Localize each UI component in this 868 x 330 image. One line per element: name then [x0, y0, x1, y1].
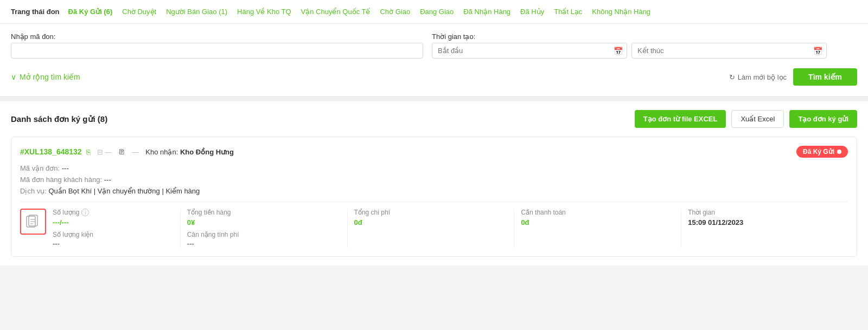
time-value: 15:09 01/12/2023	[688, 218, 841, 227]
total-goods-value: 0¥	[187, 218, 341, 227]
quantity-label: Số lượng i	[53, 209, 174, 216]
stat-total-fee: Tổng chi phí 0đ	[348, 209, 515, 248]
service-label: Dịch vụ:	[20, 187, 47, 195]
status-tab-that-lac[interactable]: Thất Lạc	[551, 7, 585, 17]
status-tab-bar: Trang thái đon Đã Ký Gửi (6) Chờ Duyệt N…	[0, 0, 868, 24]
date-start-wrapper: 📅	[432, 43, 627, 59]
date-end-input[interactable]	[631, 43, 827, 59]
search-section: Nhập mã đon: Thời gian tạo: 📅 📅 ∨ Mở rộn…	[0, 24, 868, 97]
status-tab-da-nhan-hang[interactable]: Đã Nhận Hàng	[460, 7, 514, 17]
refresh-label: Làm mới bộ lọc	[738, 73, 787, 81]
search-button[interactable]: Tìm kiếm	[793, 68, 857, 86]
tracking-label: Mã vận đơn:	[20, 164, 60, 172]
date-field-group: Thời gian tạo: 📅 📅	[432, 33, 827, 59]
order-thumbnail[interactable]	[20, 209, 46, 235]
service-row: Dịch vụ: Quần Bọt Khí | Vận chuyển thườn…	[20, 187, 848, 195]
status-tab-cho-giao[interactable]: Chờ Giao	[376, 7, 413, 17]
warehouse-label: Kho nhận: Kho Đồng Hưng	[145, 148, 234, 156]
create-from-excel-btn[interactable]: Tạo đơn từ file EXCEL	[635, 110, 726, 128]
weight-value: ---	[187, 240, 341, 248]
qty-pieces-value: ---	[53, 240, 174, 248]
status-tab-van-chuyen-quoc-te[interactable]: Vận Chuyển Quốc Tế	[298, 7, 374, 17]
create-order-btn[interactable]: Tạo đơn ký gửi	[789, 110, 857, 128]
must-pay-label: Cần thanh toán	[521, 209, 674, 216]
order-id-row: #XUL138_648132 ⎘ ⊟ — 🖹 — Kho nhận: Kho Đ…	[20, 147, 234, 156]
refresh-filter-btn[interactable]: ↻ Làm mới bộ lọc	[729, 73, 787, 81]
stat-total-goods: Tổng tiền hàng 0¥ Cân nặng tính phí ---	[181, 209, 348, 248]
status-tab-da-huy[interactable]: Đã Hủy	[517, 7, 547, 17]
warehouse-label-text: Kho nhận:	[145, 148, 178, 156]
separator: ⊟ —	[97, 148, 112, 156]
search-actions: ∨ Mở rộng tìm kiếm ↻ Làm mới bộ lọc Tìm …	[11, 64, 857, 92]
tracking-row: Mã vận đơn: ---	[20, 164, 848, 172]
status-tab-khong-nhan-hang[interactable]: Không Nhận Hàng	[589, 7, 654, 17]
stat-must-pay: Cần thanh toán 0đ	[514, 209, 681, 248]
list-header: Danh sách đơn ký gửi (8) Tạo đơn từ file…	[11, 110, 857, 128]
date-range: 📅 📅	[432, 43, 827, 59]
qty-pieces-label: Số lượng kiện	[53, 231, 174, 238]
service-value: Quần Bọt Khí | Vận chuyển thường | Kiểm …	[48, 187, 200, 195]
search-code-input[interactable]	[11, 43, 423, 59]
expand-search-btn[interactable]: ∨ Mở rộng tìm kiếm	[11, 73, 80, 81]
list-title: Danh sách đơn ký gửi (8)	[11, 114, 107, 124]
calendar-start-icon: 📅	[614, 47, 623, 55]
order-id[interactable]: #XUL138_648132	[20, 147, 82, 156]
tracking-value: ---	[62, 164, 69, 172]
calendar-end-icon: 📅	[813, 47, 822, 55]
customer-code-label: Mã đơn hàng khách hàng:	[20, 176, 102, 184]
total-fee-label: Tổng chi phí	[354, 209, 508, 216]
qty-content: Số lượng i ---/--- Số lượng kiện ---	[53, 209, 174, 248]
code-field-group: Nhập mã đon:	[11, 33, 423, 59]
quantity-info-icon[interactable]: i	[81, 209, 89, 216]
status-tab-hang-ve-kho-tq[interactable]: Hàng Về Kho TQ	[234, 7, 295, 17]
date-start-input[interactable]	[432, 43, 627, 59]
refresh-icon: ↻	[729, 73, 735, 81]
stat-time: Thời gian 15:09 01/12/2023	[681, 209, 848, 248]
total-fee-value: 0đ	[354, 218, 508, 227]
copy-icon[interactable]: ⎘	[86, 148, 91, 156]
status-tab-dang-giao[interactable]: Đang Giao	[417, 7, 457, 17]
status-tab-da-ky-gui[interactable]: Đã Ký Gửi (6)	[65, 7, 116, 17]
date-label: Thời gian tạo:	[432, 33, 827, 41]
status-badge: Đã Ký Gửi	[796, 146, 848, 158]
quantity-value: ---/---	[53, 218, 174, 227]
date-end-wrapper: 📅	[631, 43, 827, 59]
customer-code-value: ---	[104, 176, 111, 184]
list-section: Danh sách đơn ký gửi (8) Tạo đơn từ file…	[0, 101, 868, 266]
search-row: Nhập mã đon: Thời gian tạo: 📅 📅	[11, 33, 857, 59]
time-label: Thời gian	[688, 209, 841, 216]
weight-label: Cân nặng tính phí	[187, 231, 341, 238]
separator2: —	[132, 148, 139, 156]
chevron-down-icon: ∨	[11, 73, 16, 81]
export-excel-btn[interactable]: Xuất Excel	[731, 110, 784, 128]
expand-search-label: Mở rộng tìm kiếm	[20, 73, 80, 81]
order-stats: Số lượng i ---/--- Số lượng kiện --- Tổn…	[20, 202, 848, 248]
warehouse-name: Kho Đồng Hưng	[180, 148, 234, 156]
stat-quantity-section: Số lượng i ---/--- Số lượng kiện ---	[20, 209, 181, 248]
code-label: Nhập mã đon:	[11, 33, 423, 41]
status-dot-icon	[837, 150, 841, 154]
status-bar-label: Trang thái đon	[11, 8, 60, 16]
customer-code-row: Mã đơn hàng khách hàng: ---	[20, 176, 848, 184]
must-pay-value: 0đ	[521, 218, 674, 227]
status-tab-cho-duyet[interactable]: Chờ Duyệt	[119, 7, 159, 17]
order-card-header: #XUL138_648132 ⎘ ⊟ — 🖹 — Kho nhận: Kho Đ…	[20, 146, 848, 158]
svg-rect-1	[29, 215, 37, 226]
order-card: #XUL138_648132 ⎘ ⊟ — 🖹 — Kho nhận: Kho Đ…	[11, 137, 857, 257]
section-divider	[0, 97, 868, 101]
doc-icon: 🖹	[118, 148, 125, 156]
right-search-actions: ↻ Làm mới bộ lọc Tìm kiếm	[729, 68, 857, 86]
list-header-actions: Tạo đơn từ file EXCEL Xuất Excel Tạo đơn…	[635, 110, 857, 128]
total-goods-label: Tổng tiền hàng	[187, 209, 341, 216]
status-text: Đã Ký Gửi	[803, 148, 834, 156]
status-tab-nguoi-ban-giao[interactable]: Người Bán Giao (1)	[163, 7, 231, 17]
